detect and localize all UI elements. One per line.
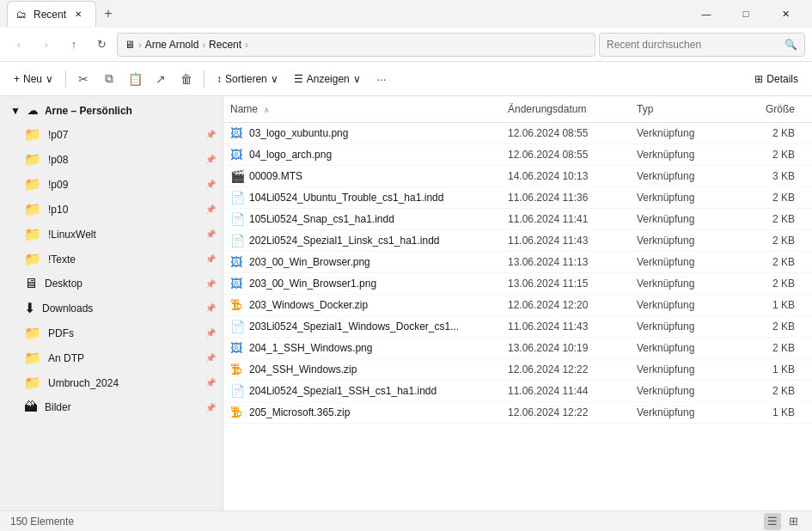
cut-button[interactable]: ✂ [71, 67, 95, 91]
table-row[interactable]: 🗜 204_SSH_Windows.zip 12.06.2024 12:22 V… [223, 359, 812, 381]
sidebar-item-label: !p09 [48, 179, 68, 191]
file-name-cell: 📄 204Li0524_Spezial1_SSH_cs1_ha1.indd [223, 381, 501, 401]
sidebar-item-p08[interactable]: 📁 !p08 [0, 147, 223, 172]
close-button[interactable]: ✕ [766, 0, 805, 27]
breadcrumb[interactable]: 🖥 › Arne Arnold › Recent › [117, 33, 595, 57]
file-type-icon: 📄 [230, 212, 244, 226]
forward-button[interactable]: › [34, 33, 58, 57]
details-button[interactable]: ⊞ Details [748, 67, 805, 91]
file-type-cell: Verknüpfung [630, 339, 733, 357]
table-row[interactable]: 📄 204Li0524_Spezial1_SSH_cs1_ha1.indd 11… [223, 381, 812, 402]
new-tab-button[interactable]: + [96, 2, 120, 26]
table-row[interactable]: 📄 203Li0524_Spezial1_Windows_Docker_cs1.… [223, 316, 812, 338]
search-input[interactable] [607, 39, 779, 51]
title-bar-left: 🗂 Recent ✕ + [7, 1, 120, 27]
file-name-cell: 🖼 04_logo_arch.png [223, 144, 501, 165]
sidebar-item-label: PDFs [48, 327, 74, 339]
sidebar-item-downloads[interactable]: ⬇ Downloads [0, 296, 223, 320]
table-row[interactable]: 🖼 203_00_Win_Browser1.png 13.06.2024 11:… [223, 273, 812, 295]
refresh-button[interactable]: ↻ [89, 33, 113, 57]
breadcrumb-arnearnold[interactable]: Arne Arnold [145, 39, 199, 51]
new-button[interactable]: + Neu ∨ [7, 67, 60, 91]
breadcrumb-sep-2: › [202, 40, 205, 50]
col-size-header[interactable]: Größe [733, 100, 802, 119]
file-type-icon: 🖼 [230, 277, 244, 290]
new-icon: + [14, 73, 20, 85]
table-row[interactable]: 🖼 203_00_Win_Browser.png 13.06.2024 11:1… [223, 252, 812, 273]
file-size-cell: 2 KB [733, 381, 802, 400]
location-icon: 🖥 [125, 39, 135, 51]
table-row[interactable]: 🖼 204_1_SSH_Windows.png 13.06.2024 10:19… [223, 338, 812, 359]
file-type-cell: Verknüpfung [630, 360, 733, 379]
table-row[interactable]: 🖼 04_logo_arch.png 12.06.2024 08:55 Verk… [223, 144, 812, 166]
file-date-cell: 11.06.2024 11:43 [501, 317, 630, 336]
file-type-icon: 📄 [230, 234, 244, 247]
sidebar-item-label: An DTP [48, 352, 84, 364]
delete-button[interactable]: 🗑 [174, 67, 198, 91]
file-name-cell: 🖼 203_00_Win_Browser1.png [223, 273, 501, 294]
sidebar-item-desktop[interactable]: 🖥 Desktop [0, 272, 223, 296]
file-size-cell: 2 KB [733, 274, 802, 293]
view-grid-button[interactable]: ⊞ [785, 513, 802, 530]
file-size-cell: 1 KB [733, 296, 802, 314]
file-size-cell: 2 KB [733, 124, 802, 143]
breadcrumb-recent[interactable]: Recent [209, 39, 241, 51]
sidebar-item-andtp[interactable]: 📁 An DTP [0, 345, 223, 370]
sidebar-item-p10[interactable]: 📁 !p10 [0, 197, 223, 222]
table-row[interactable]: 📄 104Li0524_Ubuntu_Trouble_cs1_ha1.indd … [223, 187, 812, 209]
table-row[interactable]: 📄 202Li0524_Spezial1_Linsk_cs1_ha1.indd … [223, 230, 812, 252]
table-row[interactable]: 🎬 00009.MTS 14.06.2024 10:13 Verknüpfung… [223, 166, 812, 187]
sidebar-item-pdfs[interactable]: 📁 PDFs [0, 320, 223, 345]
folder-icon: 📁 [24, 375, 41, 391]
col-name-header[interactable]: Name ∧ [223, 100, 501, 119]
file-type-cell: Verknüpfung [630, 403, 733, 422]
search-box[interactable]: 🔍 [599, 33, 805, 57]
file-name-cell: 📄 203Li0524_Spezial1_Windows_Docker_cs1.… [223, 316, 501, 337]
file-name-label: 03_logo_xubuntu.png [249, 127, 348, 139]
more-button[interactable]: ··· [369, 67, 394, 91]
back-button[interactable]: ‹ [7, 33, 31, 57]
maximize-button[interactable]: □ [726, 0, 766, 27]
sidebar-item-label: Desktop [45, 278, 82, 290]
sidebar-item-p07[interactable]: 📁 !p07 [0, 122, 223, 147]
file-name-cell: 📄 202Li0524_Spezial1_Linsk_cs1_ha1.indd [223, 230, 501, 251]
tab-recent[interactable]: 🗂 Recent ✕ [7, 1, 96, 27]
sidebar-item-texte[interactable]: 📁 !Texte [0, 247, 223, 272]
file-name-cell: 🖼 204_1_SSH_Windows.png [223, 338, 501, 358]
sort-button[interactable]: ↕ Sortieren ∨ [210, 67, 285, 91]
file-name-cell: 🖼 203_00_Win_Browser.png [223, 252, 501, 272]
sidebar-item-label: Bilder [45, 401, 71, 413]
toolbar: + Neu ∨ ✂ ⧉ 📋 ↗ 🗑 ↕ Sortieren ∨ ☰ Anzeig… [0, 62, 812, 96]
file-date-cell: 11.06.2024 11:44 [501, 381, 630, 400]
sidebar-group-header[interactable]: ▼ ☁ Arne – Persönlich [0, 100, 223, 122]
table-row[interactable]: 🗜 205_Microsoft.365.zip 12.06.2024 12:22… [223, 402, 812, 424]
sidebar-item-bilder[interactable]: 🏔 Bilder [0, 395, 223, 419]
view-list-button[interactable]: ☰ [764, 513, 781, 530]
file-date-cell: 12.06.2024 12:20 [501, 296, 630, 314]
col-type-header[interactable]: Typ [630, 100, 733, 119]
new-label: Neu [23, 73, 42, 85]
table-row[interactable]: 🖼 03_logo_xubuntu.png 12.06.2024 08:55 V… [223, 123, 812, 144]
file-name-cell: 🗜 203_Windows_Docker.zip [223, 295, 501, 315]
sidebar-item-label: !p10 [48, 204, 68, 216]
folder-icon: 📁 [24, 350, 41, 366]
view-button[interactable]: ☰ Anzeigen ∨ [287, 67, 368, 91]
paste-button[interactable]: 📋 [123, 67, 147, 91]
col-date-header[interactable]: Änderungsdatum [501, 100, 630, 119]
minimize-button[interactable]: — [687, 0, 726, 27]
file-type-icon: 🖼 [230, 255, 244, 269]
sidebar-item-linuxwelt[interactable]: 📁 !LinuxWelt [0, 222, 223, 247]
tab-close-button[interactable]: ✕ [71, 8, 85, 21]
view-label: Anzeigen [307, 73, 350, 85]
share-button[interactable]: ↗ [149, 67, 173, 91]
up-button[interactable]: ↑ [62, 33, 86, 57]
table-row[interactable]: 🗜 203_Windows_Docker.zip 12.06.2024 12:2… [223, 295, 812, 316]
file-type-icon: 🖼 [230, 341, 244, 355]
sidebar-item-p09[interactable]: 📁 !p09 [0, 172, 223, 197]
folder-icon: 📁 [24, 151, 41, 168]
table-row[interactable]: 📄 105Li0524_Snap_cs1_ha1.indd 11.06.2024… [223, 209, 812, 230]
file-type-icon: 📄 [230, 191, 244, 204]
sidebar-item-umbruch2024[interactable]: 📁 Umbruch_2024 [0, 370, 223, 395]
file-type-cell: Verknüpfung [630, 317, 733, 336]
copy-button[interactable]: ⧉ [97, 67, 121, 91]
